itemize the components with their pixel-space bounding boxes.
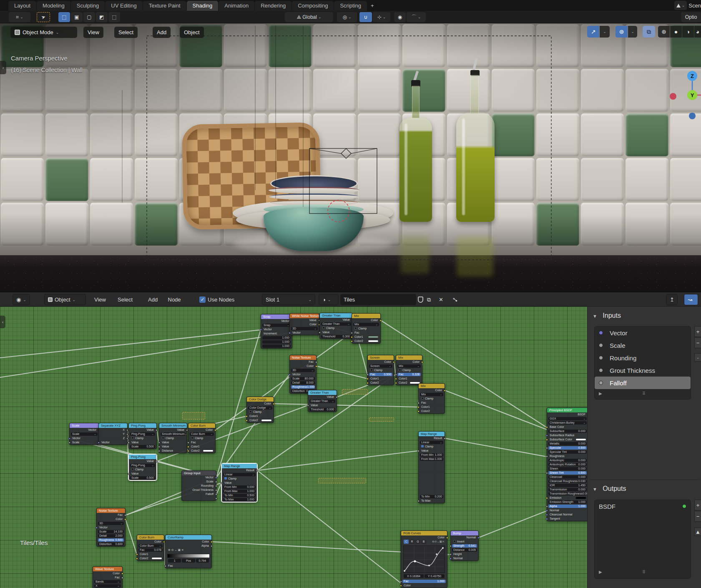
select-circle-button[interactable]: ▢ (83, 12, 95, 22)
socket[interactable] (156, 460, 158, 462)
socket[interactable] (351, 340, 353, 342)
field-Roughness[interactable]: Roughness1.000 (290, 385, 316, 389)
field-Detail[interactable]: Detail8.000 (290, 381, 316, 385)
new-material-button[interactable]: ⧉ (427, 294, 431, 305)
node-menu-add[interactable]: Add (148, 294, 158, 305)
output-Color[interactable]: Color (97, 517, 125, 521)
dropdown-Color Dodge[interactable]: Color Dodge⌄ (247, 406, 274, 410)
workspace-tab-compositing[interactable]: Compositing (292, 1, 334, 11)
output-Color[interactable]: Color (166, 540, 211, 544)
node-white-noise[interactable]: White Noise TextureValueColor3D⌄Vector (289, 313, 319, 335)
dropdown-Ping-Pong[interactable]: Ping-Pong⌄ (129, 432, 156, 436)
node-title[interactable]: Bump (451, 531, 478, 535)
socket[interactable] (246, 420, 248, 422)
socket[interactable] (450, 545, 452, 547)
field-Specular[interactable]: Specular0.500 (547, 446, 587, 450)
shading-rendered-button[interactable]: ◕ (694, 26, 701, 38)
proportional-edit-toggle[interactable]: ◉ (394, 12, 406, 22)
node-mix-3[interactable]: MixColorMix⌄ClampFacColor1Color2 (418, 383, 445, 414)
output-Z[interactable]: Z (99, 436, 127, 440)
node-title[interactable]: Principled BSDF (547, 408, 587, 412)
socket[interactable] (546, 455, 548, 457)
gizmo-toggle[interactable]: ↗ (587, 26, 599, 38)
node-title[interactable]: Color Dodge (247, 397, 274, 402)
node-title[interactable]: Group Input (182, 471, 216, 475)
axis-x-ball[interactable] (670, 93, 676, 100)
socket[interactable] (400, 580, 402, 583)
socket[interactable] (444, 437, 446, 440)
viewport-menu-select[interactable]: Select (114, 27, 138, 38)
socket[interactable] (158, 450, 160, 452)
node-map-range-2[interactable]: Map RangeResultLinear⌄ClampValueFrom Min… (418, 431, 445, 503)
node-title[interactable]: Color Burn (188, 423, 215, 428)
checkbox-Clamp[interactable]: Clamp (419, 445, 445, 449)
node-snap[interactable]: SnapVectorSnap⌄VectorIncrement:1.0001.00… (261, 314, 292, 349)
toolbar-expand-handle[interactable]: › (0, 61, 6, 74)
input-Vector[interactable]: Vector (290, 372, 316, 377)
dropdown-3D[interactable]: 3D⌄ (290, 368, 316, 372)
field-Anisotropic[interactable]: Anisotropic0.000 (547, 458, 587, 462)
socket[interactable] (315, 361, 317, 363)
node-title[interactable]: Snap (261, 314, 292, 319)
socket[interactable] (546, 510, 548, 512)
dropdown-X[interactable]: X⌄ (93, 584, 122, 588)
input-Color1[interactable]: Color1 (368, 377, 394, 381)
axis-y-ball[interactable]: Y (687, 90, 697, 100)
output-Value[interactable]: Value (290, 318, 319, 322)
workspace-tab-texture-paint[interactable]: Texture Paint (143, 1, 186, 11)
field-From Min[interactable]: From Min0.000 (222, 485, 257, 489)
editor-type-dropdown[interactable]: ◉⌄ (13, 294, 30, 305)
socket[interactable] (546, 518, 548, 520)
node-title[interactable]: Mix (419, 384, 445, 388)
socket[interactable] (215, 485, 217, 487)
input-Vector[interactable]: Vector (99, 440, 127, 445)
input-item-falloff[interactable]: Falloff (595, 377, 691, 389)
socket[interactable] (215, 481, 217, 483)
socket[interactable] (319, 332, 321, 334)
checkbox-Clamp[interactable]: Clamp (419, 397, 445, 401)
input-item-grout-thickness[interactable]: Grout Thickness (595, 364, 691, 377)
output-BSDF[interactable]: BSDF (547, 412, 587, 417)
field-From Max[interactable]: From Max1.000 (419, 457, 445, 461)
socket[interactable] (351, 332, 353, 334)
output-Result[interactable]: Result (419, 436, 445, 440)
input-Clearcoat Normal[interactable]: Clearcoat Normal (547, 513, 587, 517)
field-Emission Strength[interactable]: Emission Strength1.000 (547, 500, 587, 504)
node-title[interactable]: Noise Texture (97, 508, 125, 513)
slot-dropdown[interactable]: Slot 1⌄ (262, 294, 315, 305)
muted-node[interactable] (318, 478, 366, 483)
socket[interactable] (128, 473, 130, 475)
field-Roughness[interactable]: Roughness0.500 (97, 538, 125, 542)
socket[interactable] (187, 442, 189, 444)
output-Color[interactable]: Color (93, 571, 122, 575)
dropdown-Smooth Minimum[interactable]: Smooth Minimum⌄ (159, 432, 187, 436)
input-Fac[interactable]: Fac (419, 401, 445, 405)
node-title[interactable]: Mix (396, 355, 422, 360)
checkbox-Clamp[interactable]: Clamp (129, 467, 156, 472)
field-Strength[interactable]: Strength0.541 (451, 544, 478, 548)
workspace-tab-shading[interactable]: Shading (187, 1, 219, 11)
field-Scale[interactable]: Scale80.000 (290, 377, 316, 381)
field-Scale[interactable]: Scale0.500 (129, 445, 156, 449)
socket[interactable] (211, 545, 213, 547)
snap-node-toggle[interactable]: ↝ (684, 294, 698, 305)
use-nodes-row[interactable]: ✓ Use Nodes (199, 294, 234, 305)
socket[interactable] (98, 442, 100, 444)
input-Color1[interactable]: Color1 (137, 552, 164, 556)
node-title[interactable]: ColorRamp (166, 535, 211, 540)
go-to-parent-button[interactable]: ↥ (666, 294, 678, 305)
output-Result[interactable]: Result (222, 468, 257, 472)
socket[interactable] (546, 447, 548, 449)
output-Color[interactable]: Color (396, 360, 422, 364)
field-To Min[interactable]: To Min0.500 (222, 493, 257, 498)
socket[interactable] (546, 435, 548, 437)
socket[interactable] (477, 537, 480, 539)
checkbox-Clamp[interactable]: Clamp (188, 436, 215, 440)
node-color-ramp[interactable]: ColorRampColorAlpha⊕ ⊖ ⌄ ▣ ✕1Pos0.794Fac (165, 535, 212, 568)
axis-z-ball[interactable]: Z (687, 71, 697, 81)
node-menu-node[interactable]: Node (168, 294, 181, 305)
node-title[interactable]: Wave Texture (93, 567, 122, 571)
node-menu-view[interactable]: View (94, 294, 106, 305)
socket[interactable] (395, 382, 397, 384)
socket[interactable] (246, 415, 248, 417)
